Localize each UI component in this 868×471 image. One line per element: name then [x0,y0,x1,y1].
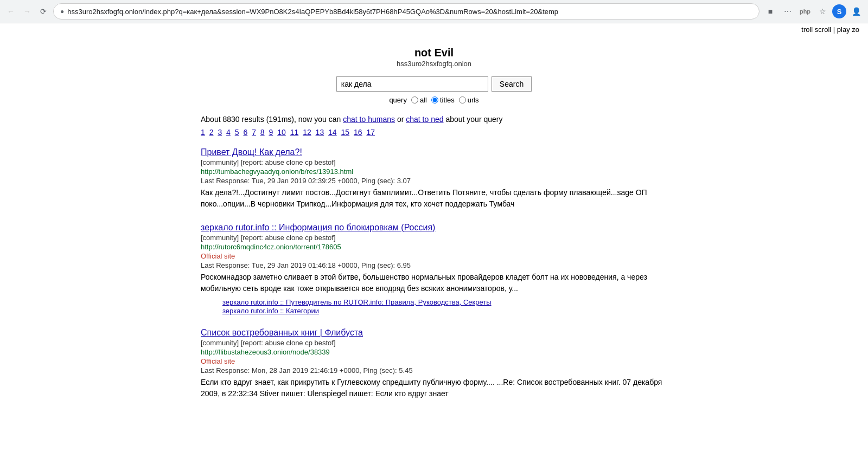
page-link-5[interactable]: 5 [235,128,239,137]
result-title-0: Привет Двощ! Как дела?! [201,147,667,157]
top-links: troll scroll | play zo [0,23,868,36]
query-label: query [389,96,407,104]
toolbar-right: ■ ⋯ php ☆ S 👤 [763,4,864,19]
result-meta-1: [community] [report: abuse clone cp best… [201,234,667,242]
site-header: not Evil hss3uro2hsxfogfq.onion [201,47,667,68]
all-radio[interactable] [411,96,418,104]
page-link-16[interactable]: 16 [354,128,362,137]
reload-button[interactable]: ⟳ [37,5,50,18]
page-link-2[interactable]: 2 [209,128,214,137]
result-item-1: зеркало rutor.info :: Информация по блок… [201,223,667,315]
chat-humans-link[interactable]: chat to humans [343,115,395,124]
forward-button[interactable]: → [21,5,34,18]
titles-radio[interactable] [431,96,438,104]
results-info: About 8830 results (191ms), now you can … [201,115,667,124]
result-meta-0: [community] [report: abuse clone cp best… [201,158,667,166]
result-meta-2: [community] [report: abuse clone cp best… [201,339,667,347]
search-bar: Search [201,76,667,92]
page-link-3[interactable]: 3 [218,128,222,137]
search-options: query all titles urls [201,96,667,104]
result-ping-2: Last Response: Mon, 28 Jan 2019 21:46:19… [201,366,667,375]
result-official-2: Official site [201,357,667,365]
result-item-0: Привет Двощ! Как дела?![community] [repo… [201,147,667,210]
php-icon: php [797,4,813,19]
results-or: or [397,115,406,124]
result-url-1: http://rutorc6mqdinc4cz.onion/torrent/17… [201,243,667,251]
all-option[interactable]: all [411,96,427,104]
urls-radio[interactable] [459,96,466,104]
results-suffix: about your query [445,115,502,124]
address-text: hss3uro2hsxfogfq.onion/index.php?q=как+д… [67,8,752,16]
back-button[interactable]: ← [4,5,17,18]
page-link-4[interactable]: 4 [226,128,231,137]
urls-option[interactable]: urls [459,96,479,104]
site-domain: hss3uro2hsxfogfq.onion [397,60,471,68]
browser-toolbar: ← → ⟳ ● hss3uro2hsxfogfq.onion/index.php… [0,0,868,23]
sub-result-1-0: зеркало rutor.info :: Путеводитель по RU… [222,298,667,306]
page-content: not Evil hss3uro2hsxfogfq.onion Search q… [190,36,678,423]
result-item-2: Список востребованных книг | Флибуста[co… [201,328,667,399]
address-bar[interactable]: ● hss3uro2hsxfogfq.onion/index.php?q=как… [53,3,760,20]
search-button[interactable]: Search [492,76,532,92]
result-official-1: Official site [201,252,667,260]
top-right-area: troll scroll | play zo [0,23,868,36]
result-ping-0: Last Response: Tue, 29 Jan 2019 02:39:25… [201,177,667,185]
results-container: Привет Двощ! Как дела?![community] [repo… [201,147,667,399]
page-link-14[interactable]: 14 [328,128,337,137]
site-title: not Evil [201,47,667,59]
page-link-7[interactable]: 7 [252,128,256,137]
page-link-17[interactable]: 17 [366,128,375,137]
pagination: 1 2 3 4 5 6 7 8 9 10 11 12 13 14 15 16 1… [201,128,667,137]
result-title-link-0[interactable]: Привет Двощ! Как дела?! [201,147,302,157]
sub-result-link-1-1[interactable]: зеркало rutor.info :: Категории [222,307,319,315]
page-link-12[interactable]: 12 [303,128,311,137]
result-ping-1: Last Response: Tue, 29 Jan 2019 01:46:18… [201,261,667,269]
security-icon: ● [60,8,64,15]
page-link-13[interactable]: 13 [316,128,324,137]
result-snippet-0: Как дела?!...Достигнут лимит постов...До… [201,187,667,210]
result-url-0: http://tumbachegvyaadyq.onion/b/res/1391… [201,167,667,176]
extensions-button[interactable]: ■ [763,4,778,19]
result-snippet-2: Если кто вдруг знает, как прикрутить к Г… [201,377,667,399]
page-link-9[interactable]: 9 [269,128,273,137]
result-title-1: зеркало rutor.info :: Информация по блок… [201,223,667,233]
result-title-link-2[interactable]: Список востребованных книг | Флибуста [201,328,363,337]
page-link-15[interactable]: 15 [341,128,350,137]
page-link-8[interactable]: 8 [260,128,265,137]
menu-button[interactable]: ⋯ [780,4,795,19]
page-link-6[interactable]: 6 [243,128,247,137]
profile-button[interactable]: S [832,4,846,18]
browser-chrome: ← → ⟳ ● hss3uro2hsxfogfq.onion/index.php… [0,0,868,23]
page-link-1[interactable]: 1 [201,128,205,137]
page-link-10[interactable]: 10 [277,128,286,137]
top-link-separator: | [833,25,837,34]
page-link-11[interactable]: 11 [290,128,299,137]
star-button[interactable]: ☆ [815,4,830,19]
sub-result-1-1: зеркало rutor.info :: Категории [222,306,667,315]
search-input[interactable] [336,76,488,92]
result-title-2: Список востребованных книг | Флибуста [201,328,667,338]
chat-ned-link[interactable]: chat to ned [406,115,443,124]
play-zoo-link[interactable]: play zo [837,25,859,34]
troll-scroll-link[interactable]: troll scroll [801,25,831,34]
profile-icon2[interactable]: 👤 [848,4,864,19]
sub-results-1: зеркало rutor.info :: Путеводитель по RU… [201,298,667,315]
sub-result-link-1-0[interactable]: зеркало rutor.info :: Путеводитель по RU… [222,298,492,306]
result-title-link-1[interactable]: зеркало rutor.info :: Информация по блок… [201,223,435,232]
result-url-2: http://flibustahezeous3.onion/node/38339 [201,348,667,356]
titles-option[interactable]: titles [431,96,455,104]
results-summary: About 8830 results (191ms), now you can [201,115,341,124]
result-snippet-1: Роскомнадзор заметно сливает в этой битв… [201,272,667,294]
